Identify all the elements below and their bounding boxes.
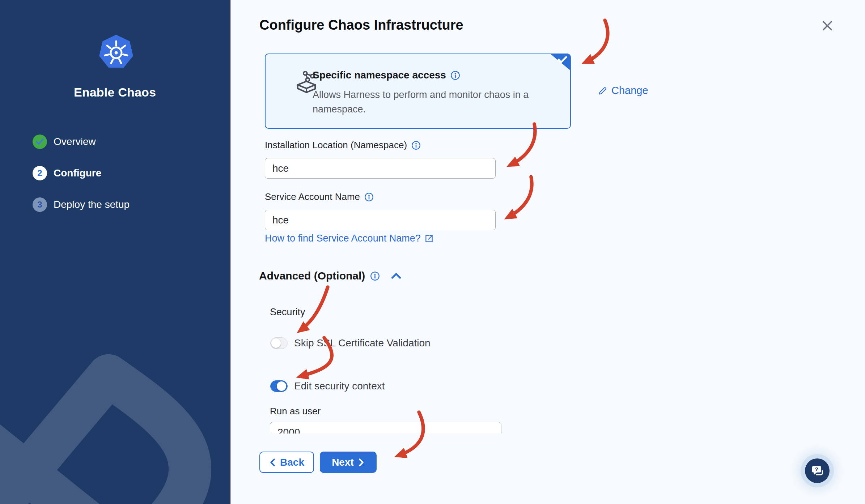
- panel-divider: [230, 0, 231, 504]
- annotation-arrow-next: [398, 412, 423, 456]
- toggle-label: Edit security context: [294, 380, 385, 392]
- service-account-help-link[interactable]: How to find Service Account Name?: [265, 233, 434, 244]
- infra-scope-card-namespace[interactable]: Specific namespace access Allows Harness…: [265, 54, 571, 129]
- external-link-icon: [424, 234, 434, 243]
- annotation-arrow-card: [585, 20, 608, 62]
- step-label: Deploy the setup: [54, 199, 130, 210]
- step-done-icon: [33, 134, 47, 149]
- page-title: Configure Chaos Infrastructure: [259, 17, 463, 33]
- chevron-up-icon[interactable]: [391, 272, 402, 280]
- info-icon[interactable]: [450, 71, 460, 80]
- change-link[interactable]: Change: [598, 85, 648, 97]
- next-button[interactable]: Next: [320, 452, 377, 473]
- chevron-left-icon: [269, 458, 276, 466]
- info-icon[interactable]: [411, 141, 421, 150]
- back-button[interactable]: Back: [259, 452, 314, 473]
- step-label: Configure: [54, 167, 101, 179]
- toggle-label: Skip SSL Certificate Validation: [294, 337, 431, 349]
- info-icon[interactable]: [364, 192, 374, 202]
- selected-check-icon: [550, 54, 571, 71]
- wizard-title: Enable Chaos: [0, 85, 230, 99]
- edit-security-context-toggle-row[interactable]: Edit security context: [270, 380, 385, 392]
- step-number: 3: [33, 197, 47, 212]
- card-title: Specific namespace access: [313, 69, 446, 81]
- step-number: 2: [33, 166, 47, 180]
- change-label: Change: [611, 85, 648, 97]
- run-as-user-label: Run as user: [270, 406, 321, 417]
- card-description: Allows Harness to perform and monitor ch…: [313, 87, 551, 116]
- chat-question-icon: ?: [810, 464, 824, 478]
- step-label: Overview: [54, 136, 96, 148]
- namespace-input[interactable]: [265, 158, 496, 179]
- chevron-right-icon: [358, 458, 365, 466]
- annotation-arrow-namespace: [510, 124, 535, 165]
- close-icon[interactable]: [819, 17, 836, 34]
- run-as-user-clip: [270, 422, 501, 433]
- step-overview[interactable]: Overview: [33, 134, 130, 149]
- security-group-label: Security: [270, 307, 305, 318]
- service-account-input[interactable]: [265, 210, 496, 230]
- advanced-title: Advanced (Optional): [259, 270, 365, 282]
- kubernetes-icon: [97, 33, 135, 71]
- service-account-label: Service Account Name: [265, 191, 374, 202]
- step-deploy[interactable]: 3 Deploy the setup: [33, 197, 130, 212]
- skip-ssl-toggle[interactable]: [270, 337, 288, 349]
- wizard-steps: Overview 2 Configure 3 Deploy the setup: [33, 134, 130, 229]
- wizard-sidebar: Enable Chaos Overview 2 Configure 3 Depl…: [0, 0, 230, 504]
- pencil-icon: [598, 86, 608, 96]
- edit-security-context-toggle[interactable]: [270, 380, 288, 392]
- namespace-label: Installation Location (Namespace): [265, 140, 421, 151]
- run-as-user-input[interactable]: [270, 422, 501, 433]
- annotation-arrow-service-account: [508, 177, 532, 217]
- help-chat-button[interactable]: ?: [805, 458, 830, 483]
- svg-text:?: ?: [815, 466, 818, 472]
- info-icon[interactable]: [370, 271, 380, 281]
- skip-ssl-toggle-row[interactable]: Skip SSL Certificate Validation: [270, 337, 431, 349]
- harness-watermark: [0, 316, 230, 504]
- step-configure[interactable]: 2 Configure: [33, 166, 130, 180]
- advanced-section-header[interactable]: Advanced (Optional): [259, 270, 402, 282]
